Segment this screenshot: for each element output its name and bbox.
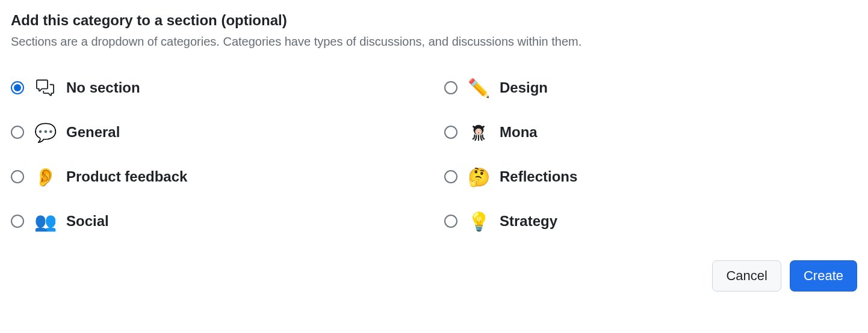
radio-input[interactable] bbox=[444, 81, 457, 94]
option-strategy[interactable]: 💡 Strategy bbox=[444, 211, 854, 231]
radio-input[interactable] bbox=[11, 215, 24, 228]
radio-input[interactable] bbox=[11, 170, 24, 183]
section-options-grid: No section 💬 General 👂 Product feedback … bbox=[11, 78, 854, 231]
option-social[interactable]: 👥 Social bbox=[11, 211, 420, 231]
option-mona[interactable]: Mona bbox=[444, 122, 854, 142]
option-label: Design bbox=[500, 79, 548, 96]
radio-input[interactable] bbox=[444, 170, 457, 183]
radio-input[interactable] bbox=[444, 215, 457, 228]
option-label: No section bbox=[66, 79, 140, 96]
dialog-footer: Cancel Create bbox=[11, 260, 857, 292]
octocat-icon bbox=[468, 122, 489, 142]
option-label: Strategy bbox=[500, 213, 557, 230]
section-heading: Add this category to a section (optional… bbox=[11, 12, 857, 29]
section-description: Sections are a dropdown of categories. C… bbox=[11, 35, 857, 49]
radio-input[interactable] bbox=[11, 126, 24, 139]
thinking-face-icon: 🤔 bbox=[468, 166, 489, 187]
option-label: Mona bbox=[500, 124, 538, 141]
speech-bubble-icon: 💬 bbox=[35, 122, 55, 142]
create-button[interactable]: Create bbox=[790, 260, 857, 292]
radio-input[interactable] bbox=[444, 126, 457, 139]
option-label: General bbox=[66, 124, 120, 141]
option-design[interactable]: ✏️ Design bbox=[444, 78, 854, 98]
pencil-icon: ✏️ bbox=[468, 78, 489, 98]
option-product-feedback[interactable]: 👂 Product feedback bbox=[11, 166, 420, 187]
option-general[interactable]: 💬 General bbox=[11, 122, 420, 142]
people-icon: 👥 bbox=[35, 211, 55, 231]
option-label: Reflections bbox=[500, 168, 577, 185]
ear-icon: 👂 bbox=[35, 166, 55, 187]
radio-input[interactable] bbox=[11, 81, 24, 94]
svg-point-1 bbox=[475, 128, 482, 135]
option-no-section[interactable]: No section bbox=[11, 78, 420, 98]
option-reflections[interactable]: 🤔 Reflections bbox=[444, 166, 854, 187]
cancel-button[interactable]: Cancel bbox=[712, 260, 781, 292]
option-label: Product feedback bbox=[66, 168, 187, 185]
svg-point-4 bbox=[476, 130, 477, 132]
lightbulb-icon: 💡 bbox=[468, 211, 489, 231]
svg-point-5 bbox=[480, 130, 481, 132]
option-label: Social bbox=[66, 213, 109, 230]
comment-discussion-icon bbox=[35, 78, 55, 98]
svg-point-6 bbox=[478, 132, 479, 133]
